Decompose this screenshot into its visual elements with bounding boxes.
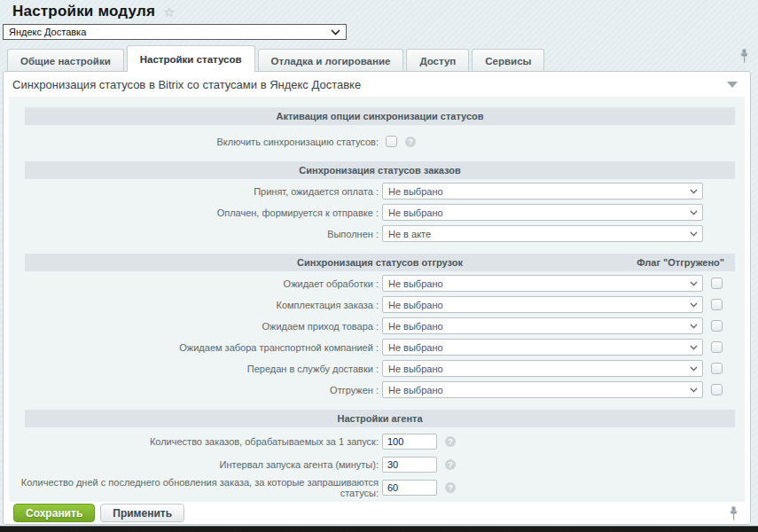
orders-per-run-input[interactable]: [382, 434, 437, 450]
settings-form: Синхронизация статусов в Bitrix со стату…: [3, 71, 751, 525]
form-row: Принят, ожидается оплата : Не выбрано: [9, 182, 745, 200]
apply-button[interactable]: Применить: [100, 504, 184, 522]
bottom-edge-strip: [0, 526, 758, 532]
section-header-agent: Настройки агента: [25, 410, 735, 427]
chevron-down-icon: [690, 189, 698, 194]
section-header-shipments: Синхронизация статусов отгрузок Флаг "От…: [25, 254, 735, 271]
shipment-status-select[interactable]: Не выбрано: [382, 339, 703, 356]
field-label: Включить синхронизацию статусов:: [9, 137, 382, 147]
form-row: Ожидаем забора транспортной компанией : …: [9, 338, 745, 356]
form-row: Передан в службу доставки : Не выбрано: [9, 359, 745, 378]
shipment-status-select[interactable]: Не выбрано: [382, 381, 703, 398]
save-button[interactable]: Сохранить: [13, 504, 95, 522]
pin-icon[interactable]: [728, 506, 739, 520]
shipment-status-select[interactable]: Не выбрано: [382, 275, 703, 292]
flag-shipped-column-header: Флаг "Отгружено": [637, 254, 724, 271]
field-label: Ожидаем забора транспортной компанией :: [9, 342, 382, 353]
help-icon[interactable]: ?: [405, 137, 416, 147]
chevron-down-icon: [690, 387, 698, 393]
chevron-down-icon: [331, 29, 340, 35]
field-label: Оплачен, формируется к отправке :: [9, 207, 382, 218]
flag-shipped-checkbox[interactable]: [711, 384, 723, 395]
module-select[interactable]: Яндекс Доставка: [3, 24, 347, 40]
tab-services[interactable]: Сервисы: [472, 49, 544, 72]
collapse-chevron-icon[interactable]: [727, 82, 738, 88]
form-row: Интервал запуска агента (минуты): ?: [9, 455, 745, 473]
flag-shipped-checkbox[interactable]: [711, 299, 723, 310]
tab-bar: Общие настройки Настройки статусов Отлад…: [7, 45, 547, 72]
module-settings-page: Настройки модуля ☆ Яндекс Доставка Общие…: [0, 0, 758, 532]
field-label: Выполнен :: [9, 229, 382, 239]
form-row: Отгружен : Не выбрано: [9, 380, 745, 399]
field-label: Интервал запуска агента (минуты):: [9, 459, 382, 470]
help-icon[interactable]: ?: [445, 459, 456, 470]
form-section-titlebar: Синхронизация статусов в Bitrix со стату…: [4, 72, 750, 97]
field-label: Отгружен :: [9, 385, 382, 395]
form-row: Ожидает обработки : Не выбрано: [9, 274, 745, 293]
pin-icon[interactable]: [738, 49, 750, 63]
chevron-down-icon: [690, 366, 698, 372]
chevron-down-icon: [690, 302, 698, 308]
tab-general[interactable]: Общие настройки: [7, 49, 124, 72]
form-content: Активация опции синхронизации статусов В…: [9, 97, 745, 502]
shipment-status-select[interactable]: Не выбрано: [382, 317, 703, 334]
enable-sync-checkbox[interactable]: [386, 136, 397, 147]
form-row: Выполнен : Не в акте: [9, 224, 745, 243]
chevron-down-icon: [690, 324, 698, 329]
field-label: Количество дней с последнего обновления …: [9, 477, 382, 498]
field-label: Ожидаем приход товара :: [9, 321, 382, 332]
order-status-select[interactable]: Не в акте: [382, 225, 703, 242]
shipment-status-select[interactable]: Не выбрано: [382, 360, 703, 377]
form-row: Оплачен, формируется к отправке : Не выб…: [9, 203, 745, 222]
form-row: Комплектация заказа : Не выбрано: [9, 295, 745, 314]
chevron-down-icon: [690, 210, 698, 215]
field-label: Ожидает обработки :: [9, 278, 382, 289]
tab-debug-logging[interactable]: Отладка и логирование: [258, 49, 404, 72]
form-row: Количество заказов, обрабатываемых за 1 …: [9, 432, 745, 450]
field-label: Принят, ожидается оплата :: [9, 186, 382, 197]
page-header: Настройки модуля ☆: [12, 3, 176, 20]
form-row: Ожидаем приход товара : Не выбрано: [9, 317, 745, 335]
form-row: Количество дней с последнего обновления …: [9, 478, 745, 497]
chevron-down-icon: [690, 281, 698, 286]
flag-shipped-checkbox[interactable]: [711, 278, 723, 289]
help-icon[interactable]: ?: [445, 436, 456, 447]
field-label: Количество заказов, обрабатываемых за 1 …: [9, 436, 382, 447]
shipment-status-select[interactable]: Не выбрано: [382, 296, 703, 313]
field-label: Передан в службу доставки :: [9, 364, 382, 374]
tab-statuses[interactable]: Настройки статусов: [127, 45, 255, 72]
form-footer: Сохранить Применить: [4, 502, 750, 524]
help-icon[interactable]: ?: [445, 482, 456, 493]
chevron-down-icon: [690, 345, 698, 350]
flag-shipped-checkbox[interactable]: [711, 320, 723, 332]
module-select-value: Яндекс Доставка: [9, 27, 86, 37]
chevron-down-icon: [690, 231, 698, 237]
page-title: Настройки модуля: [12, 3, 155, 20]
tab-access[interactable]: Доступ: [406, 49, 469, 72]
order-status-select[interactable]: Не выбрано: [382, 204, 703, 221]
section-header-orders: Синхронизация статусов заказов: [25, 161, 735, 179]
agent-interval-input[interactable]: [382, 457, 437, 473]
form-section-title: Синхронизация статусов в Bitrix со стату…: [12, 78, 361, 91]
field-label: Комплектация заказа :: [9, 300, 382, 310]
flag-shipped-checkbox[interactable]: [711, 363, 723, 374]
flag-shipped-checkbox[interactable]: [711, 341, 723, 353]
form-row: Включить синхронизацию статусов: ?: [9, 132, 745, 151]
order-status-select[interactable]: Не выбрано: [382, 183, 703, 200]
favorite-star-icon[interactable]: ☆: [163, 5, 175, 19]
days-since-update-input[interactable]: [382, 480, 437, 496]
section-header-activation: Активация опции синхронизации статусов: [25, 107, 735, 125]
